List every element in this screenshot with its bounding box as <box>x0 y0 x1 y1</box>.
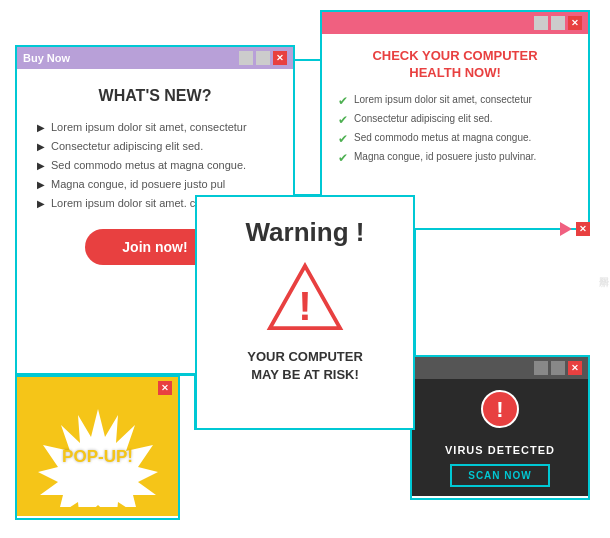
bullet-icon: ▶ <box>37 160 45 171</box>
minimize-button[interactable] <box>239 51 253 65</box>
scan-now-button[interactable]: SCAN NOW <box>450 464 550 487</box>
check-icon: ✔ <box>338 132 348 146</box>
virus-window: ✕ ! VIRUS DETECTED SCAN NOW <box>410 355 590 500</box>
bullet-icon: ▶ <box>37 198 45 209</box>
buynow-title: Buy Now <box>23 52 70 64</box>
buynow-controls: ✕ <box>239 51 287 65</box>
virus-label: VIRUS DETECTED <box>445 444 555 456</box>
svg-text:!: ! <box>298 283 311 329</box>
list-item: ▶Sed commodo metus at magna congue. <box>37 159 273 171</box>
maximize-button[interactable] <box>551 361 565 375</box>
close-button[interactable]: ✕ <box>273 51 287 65</box>
health-heading: CHECK YOUR COMPUTERHEALTH NOW! <box>338 48 572 82</box>
svg-text:!: ! <box>496 397 503 422</box>
warning-body: Warning ! ! YOUR COMPUTERMAY BE AT RISK! <box>197 197 413 400</box>
play-button[interactable] <box>560 222 572 236</box>
maximize-button[interactable] <box>551 16 565 30</box>
list-item: ✔Sed commodo metus at magna congue. <box>338 132 572 146</box>
buynow-titlebar: Buy Now ✕ <box>17 47 293 69</box>
warning-triangle-icon: ! <box>265 262 345 332</box>
close-button[interactable]: ✕ <box>568 361 582 375</box>
popup-window: ✕ POP-UP! <box>15 375 180 520</box>
close-button[interactable]: ✕ <box>576 222 590 236</box>
list-item: ✔Magna congue, id posuere justo pulvinar… <box>338 151 572 165</box>
health-controls: ✕ <box>534 16 582 30</box>
warning-subtext: YOUR COMPUTERMAY BE AT RISK! <box>213 348 397 384</box>
popup-titlebar: ✕ <box>17 377 178 399</box>
popup-body: POP-UP! <box>17 399 178 516</box>
minimize-button[interactable] <box>534 16 548 30</box>
list-item: ✔Lorem ipsum dolor sit amet, consectetur <box>338 94 572 108</box>
list-item: ▶Magna congue, id posuere justo pul <box>37 178 273 190</box>
warning-window: Warning ! ! YOUR COMPUTERMAY BE AT RISK! <box>195 195 415 430</box>
health-body: CHECK YOUR COMPUTERHEALTH NOW! ✔Lorem ip… <box>322 34 588 184</box>
health-bottom-controls: ✕ <box>560 222 590 236</box>
popup-controls: ✕ <box>158 381 172 395</box>
list-item: ▶Lorem ipsum dolor sit amet, consectetur <box>37 121 273 133</box>
check-icon: ✔ <box>338 94 348 108</box>
virus-body: ! VIRUS DETECTED SCAN NOW <box>412 379 588 496</box>
virus-icon: ! <box>480 389 520 436</box>
buynow-heading: WHAT'S NEW? <box>37 87 273 105</box>
list-item: ✔Consectetur adipiscing elit sed. <box>338 113 572 127</box>
bullet-icon: ▶ <box>37 179 45 190</box>
bullet-icon: ▶ <box>37 141 45 152</box>
close-button[interactable]: ✕ <box>158 381 172 395</box>
bullet-icon: ▶ <box>37 122 45 133</box>
starburst: POP-UP! <box>62 447 133 467</box>
virus-controls: ✕ <box>534 361 582 375</box>
close-button[interactable]: ✕ <box>568 16 582 30</box>
health-list: ✔Lorem ipsum dolor sit amet, consectetur… <box>338 94 572 165</box>
list-item: ▶Consectetur adipiscing elit sed. <box>37 140 273 152</box>
check-icon: ✔ <box>338 113 348 127</box>
warning-heading: Warning ! <box>213 217 397 248</box>
check-icon: ✔ <box>338 151 348 165</box>
maximize-button[interactable] <box>256 51 270 65</box>
popup-label: POP-UP! <box>62 447 133 467</box>
health-titlebar: ✕ <box>322 12 588 34</box>
minimize-button[interactable] <box>534 361 548 375</box>
virus-titlebar: ✕ <box>412 357 588 379</box>
